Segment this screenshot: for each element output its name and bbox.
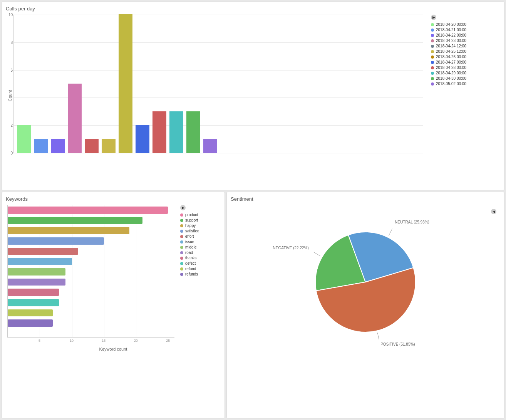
kw-legend-dot [180, 230, 183, 233]
kw-legend-item: defect [180, 261, 221, 265]
legend-label: 2018-04-26 00:00 [436, 55, 466, 59]
kw-grid-line [72, 205, 72, 337]
kw-grid-line [136, 205, 136, 337]
kw-legend-label: issue [185, 240, 194, 244]
kw-legend-label: refunds [185, 272, 198, 276]
kw-legend-dot [180, 267, 183, 270]
kw-legend-item: product [180, 213, 221, 217]
kw-main: 510152025 [7, 205, 174, 345]
sentiment-nav-icon[interactable]: ◀ [491, 209, 496, 214]
legend-dot [431, 29, 434, 32]
legend-label: 2018-04-27 00:00 [436, 60, 466, 64]
bottom-row: Keywords 510152025 ▶ productsupporthappy… [2, 192, 504, 418]
kw-bar [8, 248, 78, 255]
y-tick-label: 0 [10, 151, 13, 155]
legend-item: 2018-04-28 00:00 [431, 66, 500, 70]
legend-dot [431, 23, 434, 26]
legend-label: 2018-04-22 00:00 [436, 33, 466, 37]
kw-bar [8, 319, 53, 327]
kw-legend-item: issue [180, 240, 221, 244]
calls-per-day-title: Calls per day [6, 6, 500, 12]
legend-dot [431, 50, 434, 53]
kw-legend-item: refunds [180, 272, 221, 276]
legend-item: 2018-04-25 12:00 [431, 49, 500, 54]
dashboard: Calls per day Count 0246810 ▶ 2018-04-20… [0, 0, 506, 420]
kw-x-tick: 15 [102, 339, 106, 343]
kw-legend-label: defect [185, 261, 196, 265]
legend-dot [431, 82, 434, 86]
kw-x-tick: 5 [39, 339, 40, 343]
legend-item: 2018-04-30 00:00 [431, 76, 500, 81]
y-tick-label: 8 [10, 40, 13, 44]
kw-bars-area [7, 205, 174, 338]
legend-item: 2018-04-24 12:00 [431, 44, 500, 48]
kw-chart-body: 510152025 ▶ productsupporthappysatisfied… [6, 205, 221, 345]
kw-legend: ▶ productsupporthappysatisfiedeffortissu… [174, 205, 221, 345]
kw-grid-line [168, 205, 168, 337]
kw-bar [8, 309, 53, 317]
kw-legend-dot [180, 235, 183, 238]
bar-item [119, 14, 132, 153]
legend-dot [431, 39, 434, 42]
kw-legend-dot [180, 219, 183, 222]
kw-grid-line [104, 205, 104, 337]
kw-legend-item: thanks [180, 256, 221, 260]
grid-line [14, 15, 423, 15]
keywords-panel: Keywords 510152025 ▶ productsupporthappy… [2, 192, 225, 418]
legend-item: 2018-04-27 00:00 [431, 60, 500, 64]
legend-dot [431, 55, 434, 59]
legend-label: 2018-04-29 00:00 [436, 71, 466, 75]
bar-chart-legend: ▶ 2018-04-20 00:002018-04-21 00:002018-0… [423, 15, 500, 176]
kw-bar [8, 258, 72, 265]
bar-item [102, 139, 116, 153]
y-tick-label: 6 [10, 68, 13, 72]
bar-item [68, 84, 82, 153]
legend-item: 2018-04-20 00:00 [431, 22, 500, 27]
kw-x-tick: 10 [70, 339, 74, 343]
bar-chart-area: Count 0246810 ▶ 2018-04-20 00:002018-04-… [6, 15, 500, 176]
legend-label: 2018-04-20 00:00 [436, 22, 466, 27]
kw-x-axis-label: Keyword count [6, 347, 221, 351]
legend-nav-icon[interactable]: ▶ [431, 15, 436, 20]
legend-item: 2018-05-02 00:00 [431, 82, 500, 86]
bar-item [85, 139, 99, 153]
kw-legend-item: support [180, 218, 221, 222]
bar-item [186, 111, 200, 153]
legend-dot [431, 72, 434, 75]
pie-label-line [389, 228, 392, 235]
kw-legend-item: effort [180, 234, 221, 239]
kw-legend-label: middle [185, 245, 196, 249]
legend-dot [431, 66, 434, 69]
y-tick-label: 4 [10, 96, 13, 100]
kw-legend-dot [180, 257, 183, 260]
kw-legend-dot [180, 262, 183, 265]
bar-item [136, 125, 149, 153]
pie-chart-area: ◀ NEGATIVE (22.22%)NEUTRAL (25.93%)POSIT… [231, 205, 500, 351]
legend-dot [431, 77, 434, 80]
calls-per-day-panel: Calls per day Count 0246810 ▶ 2018-04-20… [2, 2, 504, 190]
legend-label: 2018-04-21 00:00 [436, 28, 466, 32]
kw-legend-item: satisfied [180, 229, 221, 233]
bar-item [51, 139, 65, 153]
kw-legend-dot [180, 246, 183, 249]
kw-legend-label: happy [185, 223, 196, 228]
pie-label-line [314, 252, 320, 256]
kw-bar [8, 299, 59, 306]
bar-chart-plot: 0246810 [13, 15, 423, 153]
kw-legend-label: support [185, 218, 198, 222]
bar-item [152, 111, 166, 153]
bar-item [34, 139, 48, 153]
kw-legend-label: thanks [185, 256, 196, 260]
chart-container: 0246810 ▶ 2018-04-20 00:002018-04-21 00:… [13, 15, 500, 176]
keywords-chart: 510152025 ▶ productsupporthappysatisfied… [6, 205, 221, 351]
kw-legend-dot [180, 251, 183, 254]
kw-legend-nav[interactable]: ▶ [180, 205, 186, 210]
grid-line [14, 153, 423, 153]
kw-legend-item: middle [180, 245, 221, 249]
pie-label-text: POSITIVE (51.85%) [380, 342, 415, 346]
legend-dot [431, 45, 434, 48]
legend-item: 2018-04-26 00:00 [431, 55, 500, 59]
legend-label: 2018-04-23 00:00 [436, 39, 466, 43]
kw-x-tick: 20 [134, 339, 138, 343]
pie-label-line [377, 333, 379, 340]
